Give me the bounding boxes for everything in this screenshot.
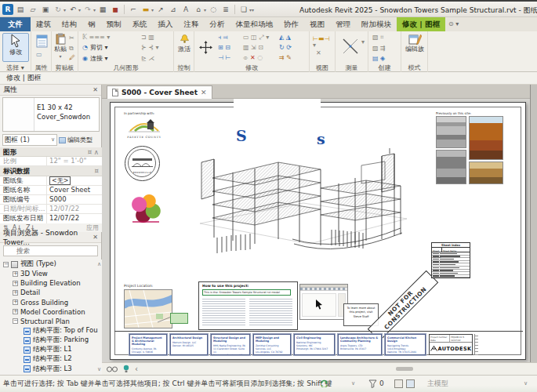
panel-label-geometry[interactable]: 几何图形: [78, 64, 173, 72]
close-inactive-windows-icon[interactable]: ◼: [110, 4, 121, 15]
geometry-small-icon-1[interactable]: ⊐ ▥: [141, 34, 154, 41]
worksets-dropdown-icon[interactable]: ∨: [351, 380, 355, 387]
expand-icon[interactable]: +: [13, 290, 18, 296]
customize-qat-icon[interactable]: ▾: [252, 7, 254, 13]
modify-grid-row3[interactable]: ⌯ ✕ ◌: [243, 55, 263, 61]
tab-file[interactable]: 文件: [0, 17, 31, 31]
align-icon[interactable]: ⫞ ⫤: [218, 34, 228, 41]
measure-icon[interactable]: ▬: [140, 4, 151, 15]
sheet-name-value[interactable]: Cover Sheet: [47, 186, 102, 194]
geometry-small-icon-2[interactable]: ⊱ ⊰ ▾: [141, 45, 159, 51]
tab-view[interactable]: 视图: [304, 17, 330, 31]
modify-grid-row2[interactable]: ▥ ⇲ ⊡: [243, 45, 263, 51]
browser-item-detail[interactable]: +Detail: [0, 288, 102, 297]
temporary-hide-isolate-icon[interactable]: [123, 365, 129, 373]
edit-family-button[interactable]: 编辑族: [405, 33, 425, 53]
create-assembly-icon[interactable]: ▤ ◈: [372, 56, 385, 62]
properties-close-icon[interactable]: ✕: [93, 86, 98, 93]
project-browser-close-icon[interactable]: ✕: [93, 234, 98, 241]
expand-icon[interactable]: +: [13, 271, 18, 277]
element-filter-dropdown[interactable]: 图框 (1)∨: [2, 134, 57, 146]
panel-label-mode[interactable]: 模式: [401, 64, 427, 72]
sheet-set-value[interactable]: <无>: [49, 176, 71, 185]
panel-label-view[interactable]: 视图: [310, 64, 335, 72]
paste-button[interactable]: 粘贴 ▾: [53, 33, 67, 59]
thin-lines-icon[interactable]: ≣: [220, 4, 231, 15]
modify-grid-row1[interactable]: ▭ ◫ ⤢ ▾: [243, 34, 269, 41]
geometry-small-icon-3[interactable]: ⊵ ⋌: [141, 56, 154, 62]
type-selector[interactable]: E1 30 x 42Cover_Snowdon: [2, 97, 100, 132]
group-graphics[interactable]: 图形¤ ∧: [0, 147, 102, 157]
text-icon[interactable]: A: [180, 4, 191, 15]
horizontal-scrollbar-thumb[interactable]: [396, 367, 413, 371]
expand-icon[interactable]: +: [13, 299, 18, 305]
match-properties-icon[interactable]: 🖉: [69, 55, 75, 61]
worksharing-display-icon[interactable]: [406, 379, 415, 388]
tab-insert[interactable]: 插入: [153, 17, 179, 31]
sync-icon[interactable]: ↻: [53, 4, 63, 15]
properties-button[interactable]: [34, 34, 49, 48]
search-input[interactable]: [3, 245, 98, 256]
browser-item-3d-view[interactable]: +3D View: [0, 269, 102, 278]
copy-small-icon[interactable]: ⧉: [69, 45, 74, 52]
visibility-icon[interactable]: ✕: [316, 50, 321, 56]
create-group-icon[interactable]: ▧ ⌗: [372, 34, 384, 41]
issue-date-value[interactable]: 12/07/22: [47, 214, 102, 223]
collapse-icon[interactable]: −: [13, 318, 18, 324]
expand-icon[interactable]: +: [13, 281, 18, 286]
panel-label-control[interactable]: 控制: [174, 64, 194, 72]
redo-icon[interactable]: ↷: [82, 4, 93, 15]
default-3d-view-icon[interactable]: ⌂: [193, 4, 204, 15]
tab-architecture[interactable]: 建筑: [31, 17, 56, 31]
tab-systems[interactable]: 系统: [127, 17, 153, 31]
group-identity-data[interactable]: 标识数据¤: [0, 166, 102, 176]
browser-item-plan-parking[interactable]: 结构平面: Parking: [0, 336, 102, 345]
browser-item-views[interactable]: −视图 (Type)∧: [0, 260, 102, 269]
expand-icon[interactable]: +: [13, 309, 18, 314]
scroll-down-icon[interactable]: ∨: [97, 366, 101, 372]
mirror-icon[interactable]: ◭ ◮: [279, 34, 291, 41]
switch-windows-icon[interactable]: ❏: [238, 4, 249, 15]
edit-type-button[interactable]: 编辑类型: [59, 134, 100, 146]
cope-icon[interactable]: 𝕂 ≡≡≡ ▾: [82, 34, 110, 41]
tab-steel[interactable]: 钢: [82, 17, 101, 31]
section-icon[interactable]: ⌐: [128, 4, 139, 15]
panel-label-measure[interactable]: 测量: [336, 64, 368, 72]
tab-s000-cover-sheet[interactable]: S000 - Cover Sheet ✕: [107, 85, 212, 99]
tab-precast[interactable]: 预制: [101, 17, 127, 31]
revit-app-icon[interactable]: R: [2, 4, 13, 15]
tab-analyze[interactable]: 分析: [205, 17, 230, 31]
browser-item-plan-l1[interactable]: 结构平面: L1: [0, 345, 102, 354]
browser-item-plan-l3[interactable]: 结构平面: L3∨: [0, 365, 102, 374]
join-geometry-button[interactable]: ◉连接 ▾: [82, 56, 108, 62]
tab-manage[interactable]: 管理: [330, 17, 356, 31]
drawing-area[interactable]: In partnership with: FAYETTE COUNTY BROW…: [102, 99, 530, 362]
activate-controls-button[interactable]: 激活: [176, 34, 192, 53]
cut-small-icon[interactable]: ✂: [69, 35, 74, 42]
save-icon[interactable]: ▣: [40, 4, 51, 15]
panel-label-properties[interactable]: 属性: [31, 64, 51, 72]
rotate-icon[interactable]: ↻ ⟳: [279, 45, 292, 51]
selection-filter-icon[interactable]: [368, 379, 377, 388]
tab-structure[interactable]: 结构: [56, 17, 82, 31]
browser-item-structural-plan[interactable]: −Structural Plan: [0, 317, 102, 326]
redo-dropdown-icon[interactable]: ▾: [93, 7, 96, 13]
undo-icon[interactable]: ↶: [67, 4, 78, 15]
reveal-hidden-icon[interactable]: ‹: [135, 365, 138, 373]
modify-button[interactable]: 修改: [2, 33, 29, 62]
panel-label-select[interactable]: 选择 ▾: [0, 64, 31, 72]
cut-geometry-button[interactable]: ◔剪切 ▾: [82, 45, 108, 51]
ribbon-display-toggle-icon[interactable]: ⊙ ▾: [445, 17, 462, 31]
folder-open-icon[interactable]: ▱: [27, 4, 38, 15]
collapse-icon[interactable]: −: [3, 262, 9, 267]
browser-item-plan-top-of-foundation[interactable]: 结构平面: Top of Fou: [0, 326, 102, 336]
browser-item-model-coordination[interactable]: +Model Coordination: [0, 307, 102, 317]
panel-label-modify[interactable]: 修改: [194, 64, 309, 72]
status-right-dropdown-icon[interactable]: ∨: [524, 380, 528, 387]
visibility-graphics-icon[interactable]: [107, 366, 118, 372]
array-icon[interactable]: ⇉ ✎: [279, 55, 292, 61]
open-document-icon[interactable]: ▤: [15, 4, 26, 15]
tab-close-icon[interactable]: ✕: [201, 89, 207, 96]
create-similar-icon[interactable]: ▨ ⇶: [372, 45, 386, 52]
undo-dropdown-icon[interactable]: ▾: [78, 7, 81, 13]
